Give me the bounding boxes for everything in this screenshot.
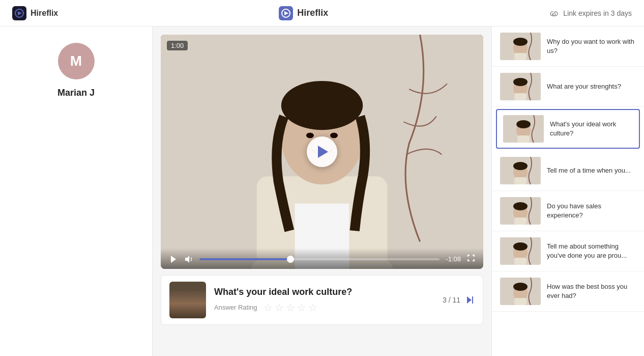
svg-point-32	[513, 162, 528, 170]
question-counter: 3 / 11	[443, 296, 460, 304]
svg-point-12	[306, 133, 314, 139]
hireflix-left-icon	[12, 6, 26, 20]
svg-rect-33	[514, 177, 526, 184]
candidate-name: Marian J	[57, 88, 95, 98]
interviewer-face	[169, 282, 206, 318]
star-4[interactable]: ☆	[297, 302, 306, 314]
svg-point-28	[516, 120, 531, 128]
question-title: What's your ideal work culture?	[214, 286, 434, 298]
star-3[interactable]: ☆	[286, 302, 295, 314]
question-list-item[interactable]: Tell me about something you've done you …	[492, 231, 644, 271]
star-5[interactable]: ☆	[308, 302, 317, 314]
main-content: M Marian J	[0, 26, 644, 356]
time-remaining: -1:08	[446, 255, 461, 263]
q-thumb-image	[500, 237, 541, 265]
svg-rect-41	[514, 258, 526, 265]
star-1[interactable]: ☆	[264, 302, 273, 314]
question-text: Tell me about something you've done you …	[547, 242, 636, 260]
svg-point-24	[513, 78, 528, 86]
fullscreen-button[interactable]	[467, 254, 475, 264]
question-bar: What's your ideal work culture? Answer R…	[161, 275, 483, 325]
link-expires-text: Link expires in 3 days	[563, 9, 632, 17]
question-text: How was the best boss you ever had?	[547, 282, 636, 300]
video-area: 1:00	[153, 26, 491, 356]
q-thumb-image	[500, 33, 541, 60]
question-text: Tell me of a time when you...	[547, 166, 636, 175]
svg-rect-25	[514, 93, 526, 100]
q-thumb-image	[500, 73, 541, 100]
play-pause-icon	[169, 255, 178, 264]
header-left-title: Hireflix	[31, 9, 58, 18]
question-list-item[interactable]: Why do you want to work with us?	[492, 26, 644, 67]
next-icon	[464, 295, 475, 305]
avatar-letter: M	[70, 53, 82, 69]
question-list-item[interactable]: What's your ideal work culture?	[496, 109, 640, 149]
question-list: Why do you want to work with us? What ar…	[491, 26, 644, 356]
star-2[interactable]: ☆	[275, 302, 284, 314]
svg-point-40	[513, 242, 528, 251]
question-thumbnail	[500, 278, 541, 305]
hireflix-center-icon	[279, 6, 293, 20]
progress-bar[interactable]	[199, 258, 440, 260]
svg-point-13	[330, 133, 338, 139]
question-thumbnail	[500, 73, 541, 100]
interviewer-thumbnail	[169, 282, 206, 318]
stars-container[interactable]: ☆ ☆ ☆ ☆ ☆	[264, 302, 317, 314]
question-list-item[interactable]: How was the best boss you ever had?	[492, 271, 644, 312]
question-text: Why do you want to work with us?	[547, 37, 636, 56]
header-left-logo: Hireflix	[12, 6, 58, 20]
question-text: What are your strenghts?	[547, 82, 636, 91]
svg-marker-16	[467, 296, 472, 304]
question-text: What's your ideal work culture?	[550, 120, 633, 138]
link-icon	[549, 8, 559, 18]
q-thumb-image	[500, 157, 541, 184]
next-question-button[interactable]	[464, 295, 475, 305]
q-thumb-image	[500, 197, 541, 225]
svg-rect-37	[514, 217, 526, 225]
video-controls: -1:08	[161, 248, 483, 269]
volume-icon	[184, 255, 193, 264]
avatar: M	[58, 43, 95, 79]
video-thumbnail: 1:00	[161, 35, 483, 269]
timestamp-badge: 1:00	[167, 41, 188, 50]
header-link-expires: Link expires in 3 days	[549, 8, 632, 18]
header-center-title: Hireflix	[297, 8, 328, 18]
question-text: Do you have sales experience?	[547, 202, 636, 220]
svg-rect-29	[517, 135, 530, 143]
header: Hireflix Hireflix Link expires in 3 days	[0, 0, 644, 26]
question-list-item[interactable]: Tell me of a time when you...	[492, 151, 644, 191]
svg-rect-17	[472, 296, 473, 304]
volume-button[interactable]	[184, 255, 193, 264]
video-player[interactable]: 1:00	[161, 35, 483, 269]
question-thumbnail	[500, 197, 541, 225]
q-thumb-image	[500, 278, 541, 305]
play-button[interactable]	[307, 136, 337, 167]
svg-point-20	[513, 38, 528, 46]
question-thumbnail	[500, 237, 541, 265]
header-center-logo: Hireflix	[279, 6, 328, 20]
svg-rect-45	[514, 298, 526, 305]
svg-rect-21	[514, 53, 526, 60]
question-thumbnail	[500, 157, 541, 184]
svg-point-44	[513, 283, 528, 291]
rating-row: Answer Rating ☆ ☆ ☆ ☆ ☆	[214, 302, 434, 314]
fullscreen-icon	[467, 254, 475, 262]
question-list-item[interactable]: What are your strenghts?	[492, 67, 644, 107]
svg-point-36	[513, 202, 528, 210]
question-navigation: 3 / 11	[443, 295, 475, 305]
q-thumb-image	[503, 115, 544, 143]
candidate-sidebar: M Marian J	[0, 26, 153, 356]
question-list-item[interactable]: Do you have sales experience?	[492, 191, 644, 231]
play-icon	[318, 146, 328, 158]
progress-fill	[199, 258, 290, 260]
svg-point-11	[281, 81, 363, 130]
rating-label: Answer Rating	[214, 304, 257, 311]
question-thumbnail	[500, 33, 541, 60]
svg-marker-15	[171, 256, 176, 263]
question-info: What's your ideal work culture? Answer R…	[214, 286, 434, 313]
question-thumbnail	[503, 115, 544, 143]
progress-thumb	[287, 256, 294, 263]
play-pause-button[interactable]	[169, 255, 178, 264]
